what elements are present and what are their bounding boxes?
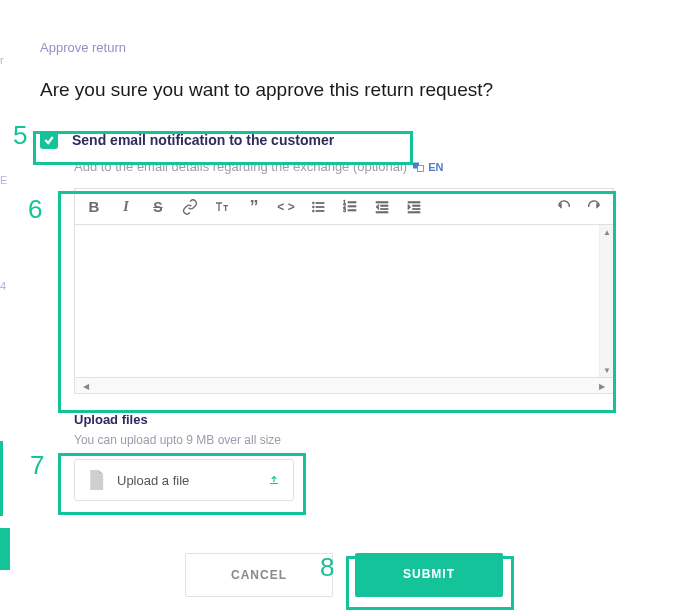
upload-title: Upload files [74,412,648,427]
upload-file-button[interactable]: Upload a file [74,459,294,501]
strikethrough-button[interactable]: S [149,198,167,216]
rich-text-editor: B I S ” < > 123 [74,188,614,394]
svg-rect-20 [413,205,420,206]
language-picker[interactable]: EN [413,161,443,173]
translate-icon [413,162,425,172]
scroll-up-icon[interactable]: ▲ [600,225,614,239]
scroll-down-icon[interactable]: ▼ [600,363,614,377]
svg-rect-7 [316,210,324,211]
svg-point-6 [312,210,314,212]
svg-rect-9 [348,201,356,202]
scroll-right-icon[interactable]: ▶ [595,379,609,393]
cancel-button[interactable]: CANCEL [185,553,333,597]
email-notify-label: Send email notification to the customer [72,132,334,148]
dialog-subtitle: Approve return [40,40,648,55]
svg-point-2 [312,202,314,204]
editor-textarea[interactable]: ▲ ▼ [74,224,614,378]
email-notify-checkbox[interactable] [40,131,58,149]
email-notify-row: Send email notification to the customer [40,131,648,149]
numbered-list-button[interactable]: 123 [341,198,359,216]
code-button[interactable]: < > [277,198,295,216]
indent-button[interactable] [405,198,423,216]
redo-button[interactable] [585,198,603,216]
italic-button[interactable]: I [117,198,135,216]
svg-rect-1 [418,165,424,171]
svg-rect-13 [348,209,356,210]
svg-rect-16 [381,208,388,209]
editor-scrollbar-horizontal[interactable]: ◀ ▶ [74,378,614,394]
svg-rect-14 [376,201,388,202]
upload-section: Upload files You can upload upto 9 MB ov… [74,412,648,501]
dialog-title: Are you sure you want to approve this re… [40,79,648,101]
upload-description: You can upload upto 9 MB over all size [74,433,648,447]
approve-return-dialog: Approve return Are you sure you want to … [0,0,688,614]
svg-rect-17 [376,211,388,212]
text-size-button[interactable] [213,198,231,216]
bullet-list-button[interactable] [309,198,327,216]
svg-rect-22 [408,211,420,212]
svg-rect-19 [408,201,420,202]
editor-scrollbar-vertical[interactable]: ▲ ▼ [599,225,613,377]
scroll-left-icon[interactable]: ◀ [79,379,93,393]
email-body-hint: Add to the email details regarding the e… [74,159,648,174]
svg-rect-3 [316,202,324,203]
upload-button-label: Upload a file [117,473,255,488]
svg-rect-21 [413,208,420,209]
submit-button[interactable]: SUBMIT [355,553,503,597]
svg-marker-18 [376,204,379,209]
svg-point-4 [312,206,314,208]
undo-button[interactable] [555,198,573,216]
svg-rect-15 [381,205,388,206]
svg-rect-5 [316,206,324,207]
bold-button[interactable]: B [85,198,103,216]
svg-text:3: 3 [343,208,346,213]
file-icon [87,470,105,490]
outdent-button[interactable] [373,198,391,216]
svg-marker-23 [408,204,411,209]
svg-rect-11 [348,205,356,206]
editor-toolbar: B I S ” < > 123 [74,188,614,224]
link-button[interactable] [181,198,199,216]
dialog-actions: CANCEL SUBMIT [40,553,648,597]
upload-icon [267,473,281,487]
quote-button[interactable]: ” [245,198,263,216]
